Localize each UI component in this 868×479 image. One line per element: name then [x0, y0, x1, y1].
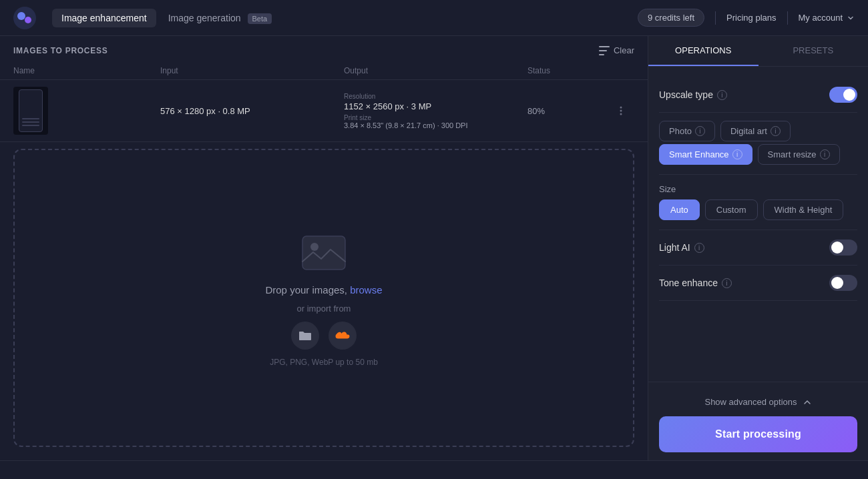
upscale-type-toggle[interactable] [829, 87, 857, 103]
nav-divider [715, 11, 716, 25]
start-processing-button[interactable]: Start processing [659, 416, 857, 452]
nav-divider-2 [787, 11, 788, 25]
import-from-label: or import from [297, 304, 351, 314]
right-content: Upscale type i Photo i Digital art i [648, 67, 868, 382]
input-cell: 576 × 1280 px · 0.8 MP [160, 106, 344, 116]
drop-zone[interactable]: Drop your images, browse or import from … [13, 149, 634, 447]
status-cell: 80% [527, 106, 608, 116]
size-custom-button[interactable]: Custom [705, 199, 758, 220]
folder-icon [298, 330, 312, 342]
phone-line-3 [22, 125, 39, 126]
file-name-cell [13, 87, 160, 135]
right-bottom: Show advanced options Start processing [648, 382, 868, 460]
smart-resize-info-icon[interactable]: i [820, 149, 830, 159]
import-icons [291, 322, 357, 350]
svg-point-1 [17, 12, 25, 20]
svg-rect-4 [599, 50, 607, 51]
svg-rect-3 [599, 46, 610, 47]
svg-point-7 [620, 110, 622, 112]
photo-info-icon[interactable]: i [695, 126, 705, 136]
phone-preview [19, 89, 43, 132]
size-buttons: Auto Custom Width & Height [659, 199, 857, 230]
table-row: 576 × 1280 px · 0.8 MP Resolution 1152 ×… [0, 80, 648, 142]
import-cloud-button[interactable] [329, 322, 357, 350]
bottom-bar [0, 460, 868, 479]
images-section-title: IMAGES TO PROCESS [13, 46, 107, 55]
tab-image-generation[interactable]: Image generation Beta [159, 9, 282, 27]
tab-operations[interactable]: OPERATIONS [648, 36, 758, 66]
phone-line-1 [22, 118, 39, 119]
svg-point-6 [620, 107, 622, 109]
top-navigation: Image enhancement Image generation Beta … [0, 0, 868, 36]
show-advanced-label: Show advanced options [704, 397, 797, 407]
menu-icon [599, 46, 610, 55]
output-cell: Resolution 1152 × 2560 px · 3 MP Print s… [344, 93, 527, 129]
ops-tabs: OPERATIONS PRESETS [648, 36, 868, 67]
nav-tabs: Image enhancement Image generation Beta [52, 9, 281, 27]
tone-enhance-label: Tone enhance i [659, 278, 732, 288]
browse-link[interactable]: browse [350, 284, 382, 296]
light-ai-knob [831, 242, 843, 254]
type-smart-resize-button[interactable]: Smart resize i [758, 144, 840, 165]
images-header: IMAGES TO PROCESS Clear [0, 36, 648, 62]
digital-art-info-icon[interactable]: i [771, 126, 781, 136]
more-options-button[interactable] [608, 104, 634, 117]
svg-point-10 [310, 243, 318, 251]
pricing-plans-link[interactable]: Pricing plans [726, 13, 776, 23]
size-auto-button[interactable]: Auto [659, 199, 700, 220]
type-digital-art-button[interactable]: Digital art i [720, 121, 791, 141]
smart-enhance-info-icon[interactable]: i [732, 149, 742, 159]
svg-point-2 [25, 17, 31, 23]
credits-display: 9 credits left [638, 9, 704, 27]
upscale-type-buttons-2: Smart Enhance i Smart resize i [659, 144, 857, 175]
chevron-up-icon [803, 398, 812, 407]
svg-rect-5 [599, 54, 604, 55]
tab-presets[interactable]: PRESETS [758, 36, 869, 66]
tone-enhance-knob [831, 277, 843, 289]
nav-right: 9 credits left Pricing plans My account [638, 9, 855, 27]
table-header: Name Input Output Status [0, 62, 648, 80]
tab-image-enhancement[interactable]: Image enhancement [52, 9, 156, 27]
light-ai-toggle[interactable] [829, 240, 857, 256]
upscale-type-info-icon[interactable]: i [717, 90, 727, 100]
size-width-height-button[interactable]: Width & Height [763, 199, 844, 220]
account-menu[interactable]: My account [799, 13, 855, 23]
cloud-icon [335, 329, 351, 342]
phone-line-2 [22, 121, 39, 123]
svg-rect-9 [302, 236, 345, 270]
file-thumbnail [13, 87, 48, 135]
upscale-type-label: Upscale type i [659, 89, 727, 100]
clear-button[interactable]: Clear [599, 45, 634, 55]
light-ai-row: Light AI i [659, 230, 857, 266]
image-placeholder-icon [297, 229, 351, 276]
upscale-type-row: Upscale type i [659, 77, 857, 113]
type-smart-enhance-button[interactable]: Smart Enhance i [659, 144, 752, 165]
upscale-type-buttons: Photo i Digital art i [659, 113, 857, 144]
drop-text: Drop your images, browse [265, 284, 382, 296]
beta-badge: Beta [248, 13, 272, 24]
app-logo [13, 7, 36, 29]
left-panel: IMAGES TO PROCESS Clear Name Input Outpu… [0, 36, 648, 460]
type-photo-button[interactable]: Photo i [659, 121, 715, 141]
tone-enhance-info-icon[interactable]: i [722, 278, 732, 288]
light-ai-info-icon[interactable]: i [694, 243, 704, 253]
svg-point-8 [620, 113, 622, 115]
show-advanced-row[interactable]: Show advanced options [659, 390, 857, 416]
size-section-label: Size [659, 175, 857, 199]
main-layout: IMAGES TO PROCESS Clear Name Input Outpu… [0, 36, 868, 460]
phone-lines [22, 118, 39, 126]
import-folder-button[interactable] [291, 322, 319, 350]
file-types-label: JPG, PNG, WebP up to 50 mb [270, 358, 378, 367]
light-ai-label: Light AI i [659, 242, 704, 253]
toggle-knob [843, 89, 855, 101]
chevron-down-icon [847, 14, 855, 22]
tone-enhance-row: Tone enhance i [659, 266, 857, 301]
right-panel: OPERATIONS PRESETS Upscale type i Photo … [648, 36, 868, 460]
tone-enhance-toggle[interactable] [829, 275, 857, 291]
